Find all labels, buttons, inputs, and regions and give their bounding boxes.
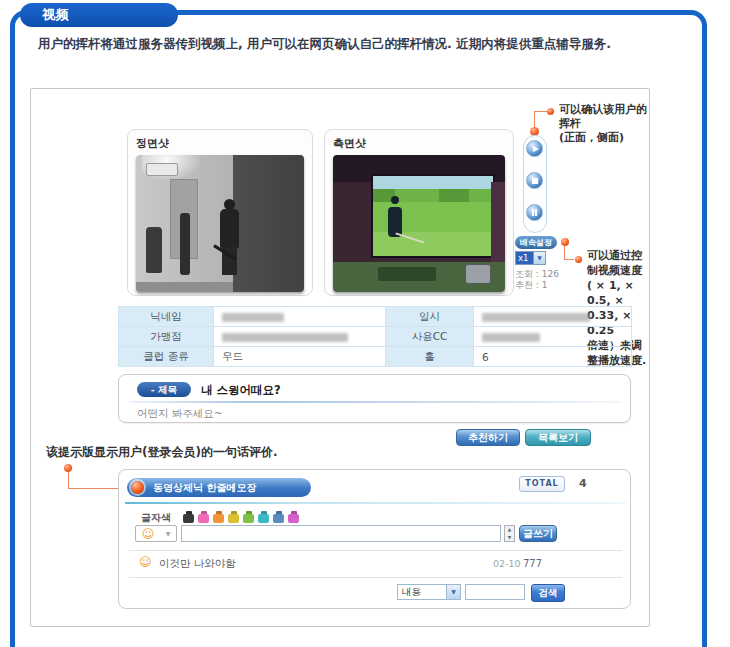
- video-card-front: 정면샷: [127, 129, 313, 296]
- ball-machine: [465, 264, 491, 284]
- input-spinner[interactable]: ▲ ▼: [504, 525, 515, 542]
- shop-value: [214, 327, 386, 347]
- speed-setting-badge: 배속설정: [515, 236, 557, 249]
- callout-line: [68, 488, 121, 489]
- emoticon-picker[interactable]: ☺ ▼: [135, 525, 177, 542]
- play-icon: [533, 146, 539, 152]
- redacted-value: [482, 313, 590, 322]
- redacted-value: [222, 333, 348, 342]
- hole-value: 6: [474, 347, 632, 367]
- divider: [129, 577, 622, 578]
- content-panel: 정면샷 측면샷: [30, 88, 650, 627]
- likes-count: 추천 : 1: [515, 279, 547, 292]
- video-label-front: 정면샷: [136, 136, 304, 151]
- memo-board: 동영상제닉 한줄메모장 TOTAL 4 글자색 ☺ ▼ ▲ ▼ 글쓰기 ☺ 이것…: [118, 469, 631, 609]
- record-icon: [131, 481, 144, 494]
- cc-label: 사용CC: [386, 327, 474, 347]
- write-button[interactable]: 글쓰기: [519, 525, 557, 542]
- redacted-value: [482, 333, 540, 342]
- divider: [129, 401, 621, 403]
- font-color-swatch[interactable]: [243, 511, 254, 523]
- floor: [136, 282, 233, 292]
- cc-value: [474, 327, 632, 347]
- comment-date: 02-10: [493, 558, 521, 569]
- video-label-side: 측면샷: [333, 136, 505, 151]
- comment-emoticon-icon: ☺: [139, 556, 152, 568]
- swing-callout: 可以确认该用户的挥杆 (正面，侧面): [559, 103, 649, 145]
- stop-icon: [532, 178, 538, 184]
- golfer-body: [220, 209, 239, 249]
- callout-dot: [575, 256, 582, 263]
- font-color-swatch[interactable]: [258, 511, 269, 523]
- font-color-swatches: [183, 509, 303, 523]
- emoticon-icon: ☺: [142, 528, 155, 540]
- search-input[interactable]: [465, 584, 525, 600]
- callout-dot: [561, 238, 569, 246]
- post-title: 내 스윙어때요?: [201, 383, 281, 398]
- memo-board-title-badge: 동영상제닉 한줄메모장: [127, 478, 311, 497]
- title-badge: - 제목: [137, 382, 191, 397]
- hole-label: 홀: [386, 347, 474, 367]
- search-button[interactable]: 검색: [531, 584, 565, 602]
- swing-info-table: 닉네임 일시 가맹점 사용CC 클럽 종류 우드 홀 6: [118, 306, 632, 367]
- comment-text: 이것만 나와야함: [159, 557, 236, 571]
- divider: [125, 502, 626, 504]
- divider: [129, 550, 622, 551]
- table-row: 닉네임 일시: [119, 307, 632, 327]
- font-color-swatch[interactable]: [228, 511, 239, 523]
- memo-input[interactable]: [181, 525, 501, 542]
- chevron-down-icon: ▼: [533, 252, 545, 264]
- callout-dot: [64, 464, 72, 472]
- nickname-label: 닉네임: [119, 307, 214, 327]
- font-color-swatch[interactable]: [288, 511, 299, 523]
- comment-views: 777: [523, 558, 542, 569]
- memo-callout: 该提示版显示用户(登录会员)的一句话评价.: [46, 444, 278, 461]
- shop-label: 가맹점: [119, 327, 214, 347]
- page: 视频 用户的挥杆将通过服务器传到视频上, 用户可以在网页确认自己的挥杆情况. 近…: [0, 0, 730, 647]
- club-label: 클럽 종류: [119, 347, 214, 367]
- nickname-value: [214, 307, 386, 327]
- spinner-down-icon: ▼: [505, 534, 514, 542]
- font-color-label: 글자색: [141, 511, 171, 525]
- pause-button[interactable]: [526, 204, 543, 221]
- total-badge: TOTAL: [519, 476, 565, 492]
- font-color-swatch[interactable]: [213, 511, 224, 523]
- chevron-down-icon: ▼: [166, 530, 171, 537]
- font-color-swatch[interactable]: [183, 511, 194, 523]
- stop-button[interactable]: [526, 172, 543, 189]
- air-conditioner: [146, 163, 178, 176]
- speed-select[interactable]: x1 ▼: [515, 251, 546, 265]
- callout-dot: [547, 108, 554, 115]
- redacted-value: [222, 313, 284, 322]
- side-wall: [491, 182, 505, 261]
- swing-mat: [378, 267, 436, 281]
- total-count: 4: [579, 477, 587, 490]
- callout-line: [564, 259, 574, 260]
- font-color-swatch[interactable]: [273, 511, 284, 523]
- chevron-down-icon: ▼: [446, 585, 460, 599]
- front-video-frame: [136, 155, 304, 292]
- search-field-value: 내용: [398, 585, 446, 599]
- page-title-tab: 视频: [20, 3, 178, 27]
- intro-text: 用户的挥杆将通过服务器传到视频上, 用户可以在网页确认自己的挥杆情况. 近期内将…: [38, 36, 688, 52]
- club-value: 우드: [214, 347, 386, 367]
- font-color-swatch[interactable]: [198, 511, 209, 523]
- table-row: 가맹점 사용CC: [119, 327, 632, 347]
- post-body: 어떤지 봐주세요~: [137, 407, 223, 421]
- page-title: 视频: [42, 7, 70, 22]
- speed-select-value: x1: [516, 252, 533, 264]
- table-row: 클럽 종류 우드 홀 6: [119, 347, 632, 367]
- datetime-label: 일시: [386, 307, 474, 327]
- post-box: - 제목 내 스윙어때요? 어떤지 봐주세요~: [118, 374, 631, 423]
- list-button[interactable]: 목록보기: [525, 429, 591, 446]
- callout-line: [68, 472, 69, 488]
- datetime-value: [474, 307, 632, 327]
- callout-line: [534, 111, 548, 112]
- video-card-side: 측면샷: [324, 129, 514, 296]
- search-field-select[interactable]: 내용 ▼: [397, 584, 461, 600]
- pause-icon: [532, 209, 534, 216]
- stand: [180, 213, 190, 275]
- play-button[interactable]: [526, 140, 543, 157]
- recommend-button[interactable]: 추천하기: [456, 429, 520, 446]
- spinner-up-icon: ▲: [505, 526, 514, 534]
